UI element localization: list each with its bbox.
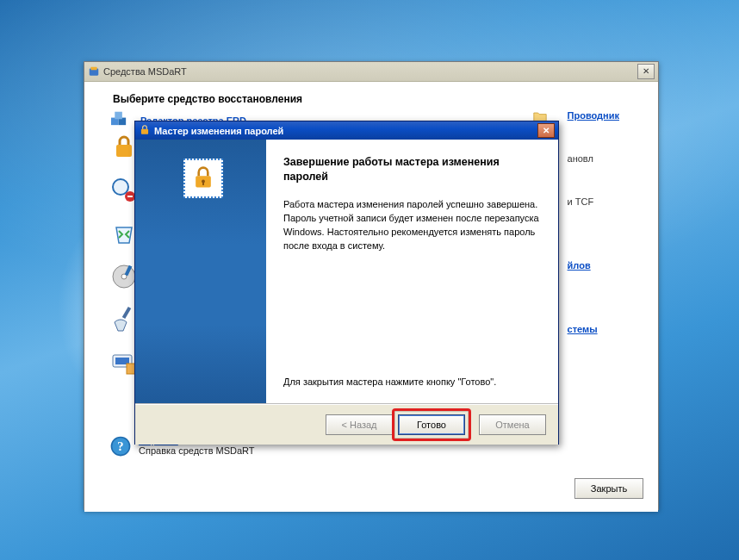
app-icon: [88, 65, 100, 78]
help-icon: ?: [109, 435, 132, 457]
explorer-link[interactable]: Проводник: [568, 110, 619, 121]
wizard-window-title: Мастер изменения паролей: [154, 126, 283, 136]
svg-rect-9: [127, 196, 133, 197]
svg-rect-5: [116, 145, 132, 157]
cancel-button[interactable]: Отмена: [479, 414, 546, 435]
wizard-side-panel: [135, 140, 266, 403]
close-button-app[interactable]: Закрыть: [574, 478, 643, 499]
svg-rect-4: [115, 112, 122, 120]
lock-icon-small: [139, 124, 151, 138]
wizard-paragraph: Работа мастера изменения паролей успешно…: [283, 198, 541, 253]
wizard-main: Завершение работы мастера изменения паро…: [135, 140, 558, 404]
wizard-heading: Завершение работы мастера изменения паро…: [283, 155, 541, 184]
back-button[interactable]: < Назад: [326, 414, 393, 435]
close-button-parent[interactable]: ✕: [637, 64, 655, 79]
fragment-link-1[interactable]: йлов: [568, 260, 591, 271]
wizard-content: Завершение работы мастера изменения паро…: [266, 140, 558, 403]
svg-rect-1: [91, 67, 97, 71]
done-button[interactable]: Готово: [398, 414, 465, 435]
close-icon[interactable]: ✕: [537, 123, 555, 138]
titlebar-msdart[interactable]: Средства MSDaRT ✕: [84, 62, 658, 82]
right-column-fragments: Проводник ановл и TCF йлов стемы: [568, 110, 619, 334]
fragment-link-2[interactable]: стемы: [568, 324, 598, 334]
wizard-side-icon: [183, 159, 223, 198]
wizard-hint: Для закрытия мастера нажмите кнопку "Гот…: [283, 376, 541, 389]
help-desc: Справка средств MSDaRT: [139, 445, 255, 456]
registry-editor-icon: [109, 110, 134, 131]
svg-rect-22: [202, 182, 204, 185]
parent-heading: Выберите средство восстановления: [85, 83, 657, 105]
desktop-wallpaper: Средства MSDaRT ✕ Выберите средство восс…: [0, 0, 739, 560]
svg-point-6: [113, 179, 128, 195]
svg-rect-19: [141, 128, 148, 134]
fragment-text-1: ановл: [568, 153, 593, 164]
svg-rect-13: [122, 307, 131, 319]
wizard-footer: < Назад Готово Отмена: [135, 404, 558, 445]
fragment-text-2: и TCF: [568, 196, 594, 207]
window-title: Средства MSDaRT: [103, 66, 187, 77]
window-password-wizard: Мастер изменения паролей ✕ Завершение ра…: [134, 121, 559, 445]
titlebar-wizard[interactable]: Мастер изменения паролей ✕: [135, 121, 558, 140]
svg-text:?: ?: [117, 439, 123, 453]
